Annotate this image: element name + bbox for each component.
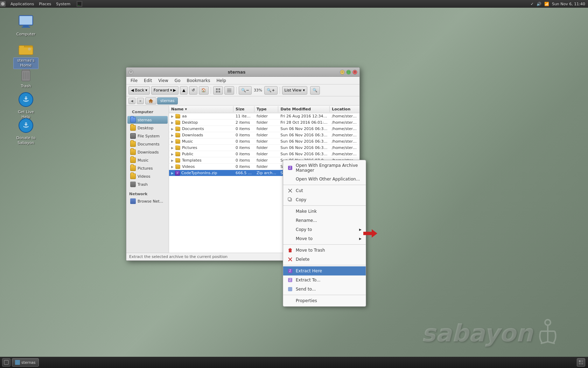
sidebar-item-sternas[interactable]: sternas [127,116,168,124]
desktop-icon-trash[interactable]: Trash [12,64,40,90]
desktop-icon-donate[interactable]: ⚓ Donate to Sabayon [12,116,40,148]
svg-rect-51 [4,360,8,364]
cm-open-other[interactable]: Open With Other Application... [283,175,366,184]
table-row[interactable]: ▶ Pictures 0 items folder Sun 06 Nov 201… [169,145,359,151]
back-button[interactable]: ◀ Back ▾ [128,86,150,95]
table-row[interactable]: ▶ Downloads 0 items folder Sun 06 Nov 20… [169,132,359,138]
sidebar-item-browsenet[interactable]: Browse Net... [127,197,168,205]
col-size[interactable]: Size [233,106,254,112]
cm-send-to[interactable]: Send to... [283,285,366,294]
menu-bookmarks[interactable]: Bookmarks [184,77,213,84]
svg-rect-24 [216,91,218,93]
roll-button[interactable]: ▽ [128,70,133,75]
sidebar-item-music[interactable]: Music [127,156,168,164]
folder-icon [175,152,180,156]
forward-button[interactable]: Forward ▾ ▶ [151,86,178,95]
cm-copy-to[interactable]: Copy to ▶ [283,225,366,234]
sidebar-item-documents[interactable]: Documents [127,140,168,148]
terminal-icon[interactable]: _ [77,1,82,7]
menu-go[interactable]: Go [172,77,183,84]
pathbar-toggle2[interactable]: × [137,98,144,104]
cm-make-link[interactable]: Make Link [283,207,366,216]
reload-button[interactable]: ↺ [189,86,197,95]
send-to-icon [287,286,293,292]
table-row[interactable]: ▶ Music 0 items folder Sun 06 Nov 2016 0… [169,138,359,145]
sidebar-item-videos[interactable]: Videos [127,172,168,180]
home-button[interactable]: 🏠 [199,86,209,95]
expand-icon: ▶ [171,171,174,175]
maximize-button[interactable]: □ [346,70,351,75]
table-row[interactable]: ▶ Public 0 items folder Sun 06 Nov 2016 … [169,151,359,157]
icon-view-button[interactable] [213,86,223,95]
list-view-button[interactable] [224,86,234,95]
close-button[interactable]: × [352,70,357,75]
table-row[interactable]: ▶ Documents 0 items folder Sun 06 Nov 20… [169,126,359,132]
cm-move-trash[interactable]: Move to Trash [283,246,366,255]
cm-open-engrampa[interactable]: Z Open With Engrampa Archive Manager [283,161,366,175]
cm-cut-label: Cut [296,188,362,193]
menu-file[interactable]: File [128,77,140,84]
col-location[interactable]: Location [330,106,359,112]
cm-sep4 [283,265,366,265]
show-desktop-button[interactable] [2,358,10,367]
table-row[interactable]: ▶ aa 11 items folder Fri 26 Aug 2016 12:… [169,113,359,120]
svg-rect-35 [288,198,291,200]
breadcrumb-sternas[interactable]: sternas [157,97,178,104]
sidebar-item-pictures[interactable]: Pictures [127,164,168,172]
home-tb-icon: 🏠 [201,88,206,93]
sidebar-item-filesystem[interactable]: File System [127,132,168,140]
taskbar-window-sternas[interactable]: sternas [12,358,39,367]
titlebar: ▽ sternas − □ × [126,68,359,77]
menu-edit[interactable]: Edit [141,77,155,84]
svg-rect-25 [218,91,220,93]
cm-extract-here-label: Extract Here [296,268,362,273]
menu-help[interactable]: Help [214,77,229,84]
cm-delete[interactable]: Delete [283,255,366,264]
sidebar-item-trash[interactable]: Trash [127,180,168,188]
minimize-button[interactable]: − [340,70,345,75]
folder-icon [175,114,180,118]
forward-label: Forward [154,88,169,93]
zoom-in-button[interactable]: 🔍+ [264,86,277,95]
search-button[interactable]: 🔍 [310,86,320,95]
cm-rename[interactable]: Rename... [283,216,366,225]
sidebar-item-desktop[interactable]: Desktop [127,124,168,132]
folder-icon [175,121,180,125]
table-row[interactable]: ▶ Desktop 2 items folder Fri 28 Oct 2016… [169,120,359,126]
cm-properties[interactable]: Properties [283,296,366,305]
cm-copy[interactable]: Copy [283,195,366,204]
cm-cut[interactable]: Cut [283,186,366,195]
menu-view[interactable]: View [155,77,171,84]
sidebar-label-desktop: Desktop [138,126,153,130]
file-name-downloads: ▶ Downloads [169,133,233,138]
cm-move-to[interactable]: Move to ▶ [283,234,366,243]
system-menu[interactable]: System [54,1,72,7]
cm-sep2 [283,205,366,206]
applications-menu[interactable]: Applications [8,1,36,7]
col-name[interactable]: Name ▾ [169,106,233,112]
svg-rect-55 [581,363,583,364]
desktop-switcher[interactable] [577,358,585,367]
donate-icon: ⚓ [18,117,34,134]
move-to-submenu-arrow: ▶ [359,237,362,240]
folder-icon [175,139,180,144]
svg-rect-45 [288,287,292,291]
sabayon-menu-icon[interactable] [0,1,6,7]
pathbar-toggle[interactable]: ◀ [128,98,135,104]
desktop-icon-computer[interactable]: Computer [12,12,40,39]
sidebar-item-downloads[interactable]: Downloads [127,148,168,156]
places-menu[interactable]: Places [37,1,53,7]
tray-network-icon: 📶 [544,2,549,6]
view-mode-selector[interactable]: List View ▾ [282,86,307,95]
cm-extract-here[interactable]: Z Extract Here [283,266,366,275]
up-button[interactable]: ▲ [180,86,188,95]
col-date[interactable]: Date Modified [278,106,330,112]
svg-rect-53 [581,360,583,362]
svg-rect-6 [22,27,30,28]
zoom-out-button[interactable]: 🔍− [239,86,252,95]
cm-extract-to[interactable]: Z Extract To... [283,275,366,285]
sidebar-network-section: Network [126,190,169,197]
tray-sound-icon[interactable]: 🔊 [537,2,541,6]
breadcrumb-home-icon[interactable] [145,97,156,104]
col-type[interactable]: Type [254,106,278,112]
